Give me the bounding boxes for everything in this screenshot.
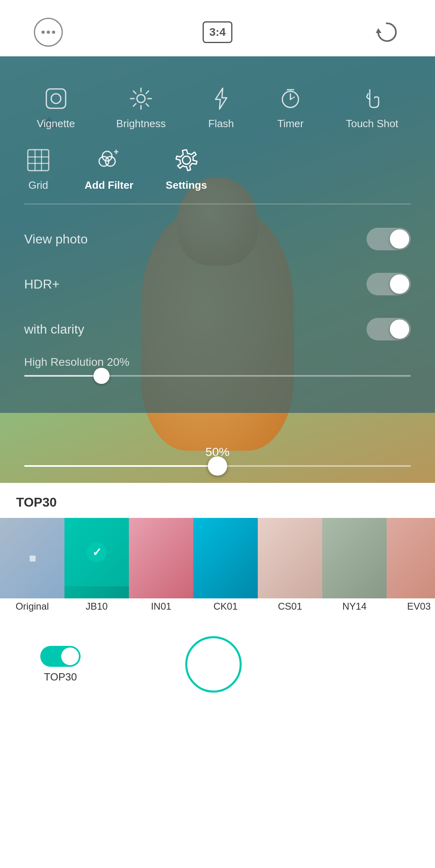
svg-rect-1 bbox=[46, 89, 66, 108]
top-bar: 3:4 bbox=[0, 0, 435, 56]
flash-icon bbox=[207, 85, 235, 113]
exposure-area: 50% bbox=[0, 437, 435, 483]
filter-cs01[interactable]: CS01 bbox=[258, 518, 322, 612]
brightness-label: Brightness bbox=[116, 118, 166, 130]
filter-ev03[interactable]: EV03 bbox=[387, 518, 435, 612]
filter-selected-overlay bbox=[64, 518, 129, 586]
filter-original[interactable]: ▦ Original bbox=[0, 518, 64, 612]
panel-divider bbox=[24, 204, 411, 204]
high-resolution-thumb[interactable] bbox=[93, 368, 110, 384]
settings-icon bbox=[172, 146, 201, 174]
flash-action[interactable]: Flash bbox=[207, 85, 235, 130]
vignette-action[interactable]: Vignette bbox=[37, 85, 75, 130]
touch-shot-icon bbox=[358, 85, 386, 113]
grid-tool[interactable]: Grid bbox=[24, 146, 52, 192]
clarity-label: with clarity bbox=[24, 322, 84, 337]
grid-icon bbox=[24, 146, 52, 174]
filter-section: TOP30 ▦ Original JB10 IN01 bbox=[0, 483, 435, 624]
high-resolution-fill bbox=[24, 375, 102, 377]
svg-marker-0 bbox=[376, 28, 381, 33]
filter-ck01-label: CK01 bbox=[213, 601, 238, 612]
camera-viewfinder: Vignette Brigh bbox=[0, 56, 435, 483]
filter-in01-label: IN01 bbox=[151, 601, 172, 612]
filter-ny14[interactable]: NY14 bbox=[322, 518, 387, 612]
svg-line-11 bbox=[133, 104, 136, 107]
shutter-button[interactable] bbox=[185, 636, 242, 693]
view-photo-knob bbox=[390, 229, 409, 249]
svg-rect-17 bbox=[28, 150, 49, 171]
svg-marker-12 bbox=[215, 88, 227, 109]
bottom-toggle-area: TOP30 bbox=[40, 646, 81, 683]
exposure-thumb[interactable] bbox=[208, 456, 227, 476]
hdr-row: HDR+ bbox=[24, 262, 411, 307]
add-filter-tool[interactable]: + Add Filter bbox=[85, 146, 133, 192]
svg-line-9 bbox=[146, 104, 149, 107]
timer-action[interactable]: Timer bbox=[276, 85, 304, 130]
settings-section: View photo HDR+ with clarity bbox=[0, 208, 435, 397]
filter-scroll: ▦ Original JB10 IN01 CK01 bbox=[0, 518, 435, 616]
exposure-track[interactable] bbox=[24, 465, 411, 467]
hdr-toggle[interactable] bbox=[367, 273, 411, 295]
settings-tool[interactable]: Settings bbox=[166, 146, 207, 192]
view-photo-row: View photo bbox=[24, 216, 411, 262]
filter-ev03-label: EV03 bbox=[407, 601, 431, 612]
view-photo-toggle[interactable] bbox=[367, 228, 411, 250]
filter-in01[interactable]: IN01 bbox=[129, 518, 193, 612]
vignette-label: Vignette bbox=[37, 118, 75, 130]
tool-row: Grid + Add Filter bbox=[0, 138, 435, 200]
settings-label: Settings bbox=[166, 179, 207, 192]
filter-jb10-label: JB10 bbox=[86, 601, 108, 612]
clarity-knob bbox=[390, 320, 409, 339]
hdr-knob bbox=[390, 274, 409, 294]
high-resolution-row: High Resolution 20% bbox=[24, 352, 411, 389]
filter-ck01[interactable]: CK01 bbox=[193, 518, 258, 612]
exposure-fill bbox=[24, 465, 218, 467]
more-button[interactable] bbox=[32, 16, 64, 48]
filter-original-label: Original bbox=[16, 601, 49, 612]
svg-line-8 bbox=[133, 91, 136, 94]
top30-toggle[interactable] bbox=[40, 646, 81, 667]
high-resolution-label: High Resolution 20% bbox=[24, 356, 411, 369]
add-filter-icon: + bbox=[95, 146, 123, 174]
filter-cs01-label: CS01 bbox=[278, 601, 302, 612]
quick-actions-row: Vignette Brigh bbox=[0, 72, 435, 138]
timer-label: Timer bbox=[278, 118, 304, 130]
brightness-action[interactable]: Brightness bbox=[116, 85, 166, 130]
filter-check-icon bbox=[87, 542, 107, 562]
grid-label: Grid bbox=[28, 179, 48, 192]
touch-shot-label: Touch Shot bbox=[346, 118, 398, 130]
filter-ny14-label: NY14 bbox=[342, 601, 367, 612]
svg-point-3 bbox=[137, 95, 145, 103]
touch-shot-action[interactable]: Touch Shot bbox=[346, 85, 398, 130]
top30-toggle-knob bbox=[61, 647, 79, 665]
view-photo-label: View photo bbox=[24, 232, 88, 247]
add-filter-label: Add Filter bbox=[85, 179, 133, 192]
refresh-button[interactable] bbox=[371, 16, 403, 48]
settings-overlay: Vignette Brigh bbox=[0, 56, 435, 413]
brightness-icon bbox=[127, 85, 155, 113]
clarity-row: with clarity bbox=[24, 307, 411, 352]
vignette-icon bbox=[42, 85, 70, 113]
timer-icon bbox=[276, 85, 304, 113]
svg-line-10 bbox=[146, 91, 149, 94]
ratio-button[interactable]: 3:4 bbox=[201, 16, 234, 48]
shutter-inner bbox=[191, 642, 236, 687]
flash-label: Flash bbox=[208, 118, 234, 130]
top30-toggle-label: TOP30 bbox=[44, 671, 77, 683]
filter-jb10[interactable]: JB10 bbox=[64, 518, 129, 612]
hdr-label: HDR+ bbox=[24, 277, 60, 292]
bottom-bar: TOP30 bbox=[0, 624, 435, 713]
svg-point-26 bbox=[182, 156, 191, 164]
high-resolution-track[interactable] bbox=[24, 375, 411, 377]
svg-point-2 bbox=[51, 94, 61, 103]
clarity-toggle[interactable] bbox=[367, 318, 411, 340]
svg-text:+: + bbox=[114, 147, 119, 157]
filter-section-title: TOP30 bbox=[0, 495, 435, 518]
